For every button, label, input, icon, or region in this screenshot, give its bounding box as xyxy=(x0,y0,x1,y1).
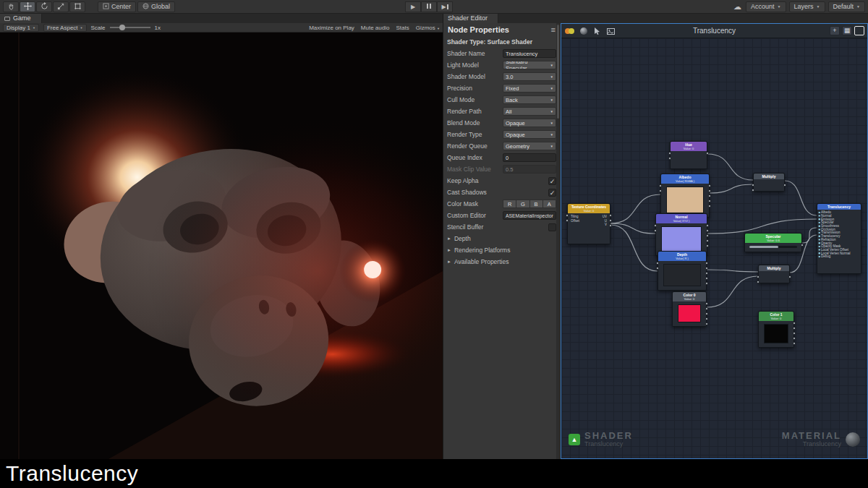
output-port-dot[interactable] xyxy=(705,307,708,310)
output-port-dot[interactable] xyxy=(705,282,708,285)
color-mask-g-button[interactable]: G xyxy=(516,200,529,208)
input-port-dot[interactable] xyxy=(668,157,671,160)
stencil-buffer-checkbox[interactable] xyxy=(548,223,556,231)
node-multiply-b[interactable]: Multiply xyxy=(758,265,790,283)
game-view[interactable] xyxy=(0,33,443,459)
queue-index-field[interactable]: 0 xyxy=(503,153,556,162)
screenshot-button[interactable] xyxy=(605,26,616,36)
pivot-mode-button[interactable]: Center xyxy=(98,1,136,12)
output-port-dot[interactable] xyxy=(788,275,791,278)
input-port-dot[interactable] xyxy=(566,219,569,222)
play-button[interactable]: ▶ xyxy=(405,1,421,12)
hamburger-menu-icon[interactable]: ≡ xyxy=(551,25,556,34)
precision-dropdown[interactable]: Fixed ▼ xyxy=(503,84,556,93)
pause-button[interactable] xyxy=(421,1,437,12)
custom-editor-field[interactable]: ASEMaterialInspector xyxy=(503,211,556,220)
output-port-dot[interactable] xyxy=(708,194,711,197)
output-port-dot[interactable] xyxy=(783,184,786,187)
output-port-dot[interactable] xyxy=(706,152,709,155)
props-scrollbar-thumb[interactable] xyxy=(557,25,559,119)
output-port-dot[interactable] xyxy=(708,205,711,207)
output-port-dot[interactable] xyxy=(708,200,711,202)
output-port-dot[interactable] xyxy=(708,189,711,192)
node-canvas[interactable]: ▲ SHADER Translucency MATERIAL Transluce… xyxy=(561,38,867,458)
color-mask-b-button[interactable]: B xyxy=(530,200,543,208)
props-scrollbar[interactable] xyxy=(556,23,560,459)
node-texture-coordinates[interactable]: Texture CoordinatesValue: 0TilingOffsetU… xyxy=(567,203,610,244)
keep-alpha-checkbox[interactable]: ✓ xyxy=(548,177,556,185)
output-port-dot[interactable] xyxy=(706,239,709,242)
input-port-dot[interactable] xyxy=(659,189,662,192)
blend-mode-dropdown[interactable]: Opaque ▼ xyxy=(503,119,556,127)
display-dropdown[interactable]: Display 1 ▼ xyxy=(3,24,39,32)
maximize-button[interactable] xyxy=(854,26,864,35)
output-port-dot[interactable] xyxy=(705,302,708,305)
input-port-dot[interactable] xyxy=(566,214,569,217)
scale-tool-button[interactable] xyxy=(53,1,69,12)
input-port-dot[interactable] xyxy=(752,184,754,187)
rect-tool-button[interactable] xyxy=(69,1,85,12)
input-port-dot[interactable] xyxy=(668,152,671,155)
master-port-debug[interactable]: Debug xyxy=(821,255,861,259)
live-preview-toggle[interactable] xyxy=(564,26,575,36)
output-port-dot[interactable] xyxy=(705,277,708,280)
gizmos-dropdown[interactable]: Gizmos ▼ xyxy=(416,25,440,31)
depth-foldout[interactable]: ► Depth xyxy=(443,233,560,244)
add-node-button[interactable]: + xyxy=(830,26,840,35)
output-port-dot[interactable] xyxy=(706,229,709,232)
input-port-dot[interactable] xyxy=(654,224,657,227)
output-port-dot[interactable] xyxy=(706,224,709,227)
shader-model-dropdown[interactable]: 3.0 ▼ xyxy=(503,72,556,81)
output-port-dot[interactable] xyxy=(609,224,612,227)
output-port-dot[interactable] xyxy=(705,272,708,275)
layout-dropdown[interactable]: Default ▼ xyxy=(828,1,865,12)
node-specular[interactable]: SpecularValue: 0.6 xyxy=(744,233,802,252)
output-port-dot[interactable] xyxy=(793,332,796,335)
tab-game[interactable]: Game xyxy=(0,14,42,23)
output-port-dot[interactable] xyxy=(609,219,612,222)
shader-name-field[interactable]: Translucency xyxy=(503,49,556,58)
render-path-dropdown[interactable]: All ▼ xyxy=(503,107,556,116)
mask-clip-field[interactable]: 0.5 xyxy=(503,165,556,174)
hand-tool-button[interactable] xyxy=(3,1,19,12)
output-port-dot[interactable] xyxy=(708,184,711,187)
output-port-dot[interactable] xyxy=(793,337,796,340)
input-port-dot[interactable] xyxy=(752,189,754,192)
maximize-on-play-toggle[interactable]: Maximize on Play xyxy=(309,25,354,31)
output-port-dot[interactable] xyxy=(609,214,612,217)
output-port-dot[interactable] xyxy=(706,234,709,237)
output-port-dot[interactable] xyxy=(793,327,796,330)
output-port-dot[interactable] xyxy=(705,317,708,320)
select-tool-button[interactable] xyxy=(592,26,603,36)
render-type-dropdown[interactable]: Opaque ▼ xyxy=(503,130,556,139)
rotate-tool-button[interactable] xyxy=(36,1,52,12)
output-port-dot[interactable] xyxy=(793,322,796,325)
color-mask-r-button[interactable]: R xyxy=(503,200,516,208)
stats-toggle[interactable]: Stats xyxy=(396,25,409,31)
output-port-dot[interactable] xyxy=(705,267,708,270)
output-port-dot[interactable] xyxy=(705,322,708,325)
mute-audio-toggle[interactable]: Mute audio xyxy=(361,25,390,31)
input-port-dot[interactable] xyxy=(654,229,657,232)
scale-slider-thumb[interactable] xyxy=(119,25,125,30)
preview-sphere-button[interactable] xyxy=(578,26,589,36)
account-dropdown[interactable]: Account ▼ xyxy=(746,1,786,12)
node-color-0[interactable]: Color 0Value: 0 xyxy=(672,291,707,327)
cast-shadows-checkbox[interactable]: ✓ xyxy=(548,189,556,197)
input-port-dot[interactable] xyxy=(656,267,659,270)
available-properties-foldout[interactable]: ► Available Properties xyxy=(443,256,560,267)
cull-mode-dropdown[interactable]: Back ▼ xyxy=(503,95,556,104)
node-color-1[interactable]: Color 1Value: 0 xyxy=(758,311,794,348)
rendering-platforms-foldout[interactable]: ► Rendering Platforms xyxy=(443,244,560,256)
input-port-dot[interactable] xyxy=(656,262,659,265)
light-model-dropdown[interactable]: Standard Specular ▼ xyxy=(503,61,556,69)
tab-shader-editor[interactable]: Shader Editor xyxy=(443,14,498,23)
input-port-dot[interactable] xyxy=(757,275,760,278)
output-port-dot[interactable] xyxy=(705,312,708,315)
aspect-dropdown[interactable]: Free Aspect ▼ xyxy=(43,24,87,32)
node-hue[interactable]: HueValue: 0 xyxy=(670,141,707,169)
node-albedo[interactable]: AlbedoValue( RGBA ) xyxy=(660,174,710,218)
input-port-dot[interactable] xyxy=(659,184,662,187)
output-port-dot[interactable] xyxy=(793,342,796,345)
node-slider[interactable] xyxy=(749,246,797,248)
